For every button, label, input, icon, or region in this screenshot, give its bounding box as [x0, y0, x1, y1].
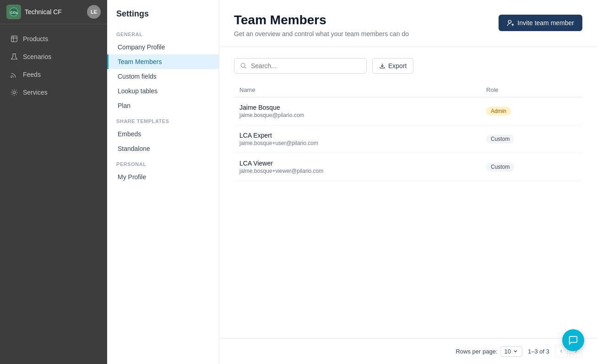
settings-item-embeds[interactable]: Embeds: [107, 127, 219, 141]
settings-item-my-profile[interactable]: My Profile: [107, 170, 219, 184]
settings-item-plan[interactable]: Plan: [107, 98, 219, 113]
sidebar-brand: CO₂ Technical CF: [6, 5, 62, 19]
main-content: Team Members Get an overview and control…: [219, 0, 597, 364]
member-email: jaime.bosque@pilario.com: [239, 112, 475, 118]
role-badge: Admin: [486, 107, 511, 116]
rows-per-page: Rows per page: 10: [456, 346, 522, 357]
col-name: Name: [234, 83, 481, 97]
feed-icon: [10, 70, 18, 79]
sidebar: CO₂ Technical CF LE Products Scenarios: [0, 0, 107, 364]
search-icon: [240, 62, 247, 70]
member-info: LCA Viewer jaime.bosque+viewer@pilario.c…: [234, 153, 481, 181]
svg-point-5: [508, 20, 511, 23]
sidebar-item-services[interactable]: Services: [3, 84, 104, 101]
member-role: Custom: [481, 125, 582, 153]
role-badge: Custom: [486, 134, 514, 144]
export-icon: [379, 63, 385, 69]
rows-per-page-select[interactable]: 10: [500, 346, 522, 357]
user-avatar[interactable]: LE: [87, 5, 101, 19]
box-icon: [10, 35, 18, 43]
sidebar-header: CO₂ Technical CF LE: [0, 0, 107, 24]
svg-text:CO₂: CO₂: [11, 11, 18, 15]
table-row: LCA Viewer jaime.bosque+viewer@pilario.c…: [234, 153, 582, 181]
member-email: jaime.bosque+viewer@pilario.com: [239, 168, 475, 174]
chat-icon: [568, 335, 578, 345]
member-info: LCA Expert jaime.bosque+user@pilario.com: [234, 125, 481, 153]
section-share-templates-label: SHARE TEMPLATES: [107, 113, 219, 127]
chevron-left-icon: [559, 348, 564, 354]
search-input[interactable]: [251, 62, 361, 70]
services-label: Services: [23, 89, 48, 96]
table-row: LCA Expert jaime.bosque+user@pilario.com…: [234, 125, 582, 153]
sidebar-nav: Products Scenarios Feeds Services: [0, 24, 107, 364]
export-label: Export: [388, 62, 407, 70]
products-label: Products: [23, 35, 48, 43]
rows-per-page-value: 10: [505, 348, 511, 355]
svg-rect-2: [11, 36, 17, 42]
team-members-table: Name Role Jaime Bosque jaime.bosque@pila…: [234, 83, 582, 181]
beaker-icon: [10, 53, 18, 61]
settings-title: Settings: [107, 9, 219, 26]
col-role: Role: [481, 83, 582, 97]
pagination-bar: Rows per page: 10 1–3 of 3: [219, 338, 597, 364]
toolbar: Export: [234, 58, 582, 74]
settings-panel: Settings GENERAL Company Profile Team Me…: [107, 0, 219, 364]
table-area: Export Name Role Jaime Bosque jaime.bosq…: [219, 47, 597, 338]
section-personal-label: PERSONAL: [107, 156, 219, 170]
member-role: Custom: [481, 153, 582, 181]
sidebar-item-scenarios[interactable]: Scenarios: [3, 48, 104, 65]
role-badge: Custom: [486, 162, 514, 171]
feeds-label: Feeds: [23, 71, 41, 78]
section-general-label: GENERAL: [107, 26, 219, 40]
brand-name: Technical CF: [25, 8, 62, 16]
search-box[interactable]: [234, 58, 367, 74]
member-name: LCA Expert: [239, 132, 475, 139]
export-button[interactable]: Export: [372, 58, 413, 74]
table-row: Jaime Bosque jaime.bosque@pilario.com Ad…: [234, 97, 582, 125]
page-subtitle: Get an overview and control what your te…: [234, 30, 409, 37]
member-role: Admin: [481, 97, 582, 125]
settings-item-team-members[interactable]: Team Members: [107, 54, 219, 69]
chat-fab-button[interactable]: [562, 329, 584, 351]
settings-item-standalone[interactable]: Standalone: [107, 141, 219, 156]
page-title: Team Members: [234, 13, 409, 27]
member-info: Jaime Bosque jaime.bosque@pilario.com: [234, 97, 481, 125]
sidebar-item-feeds[interactable]: Feeds: [3, 66, 104, 83]
svg-point-4: [13, 91, 15, 93]
settings-item-company-profile[interactable]: Company Profile: [107, 40, 219, 54]
header-text: Team Members Get an overview and control…: [234, 13, 409, 37]
services-icon: [10, 88, 18, 96]
main-header: Team Members Get an overview and control…: [219, 0, 597, 47]
svg-point-6: [241, 63, 245, 67]
sidebar-item-products[interactable]: Products: [3, 30, 104, 48]
settings-item-custom-fields[interactable]: Custom fields: [107, 69, 219, 84]
page-info: 1–3 of 3: [528, 348, 549, 355]
brand-logo: CO₂: [6, 5, 21, 19]
invite-team-member-button[interactable]: Invite team member: [499, 15, 582, 31]
member-name: LCA Viewer: [239, 160, 475, 167]
chevron-down-icon: [513, 348, 518, 354]
scenarios-label: Scenarios: [23, 53, 51, 60]
settings-item-lookup-tables[interactable]: Lookup tables: [107, 84, 219, 98]
member-email: jaime.bosque+user@pilario.com: [239, 140, 475, 146]
member-name: Jaime Bosque: [239, 104, 475, 111]
add-user-icon: [507, 19, 514, 27]
rows-per-page-label: Rows per page:: [456, 348, 497, 355]
invite-button-label: Invite team member: [517, 19, 574, 27]
